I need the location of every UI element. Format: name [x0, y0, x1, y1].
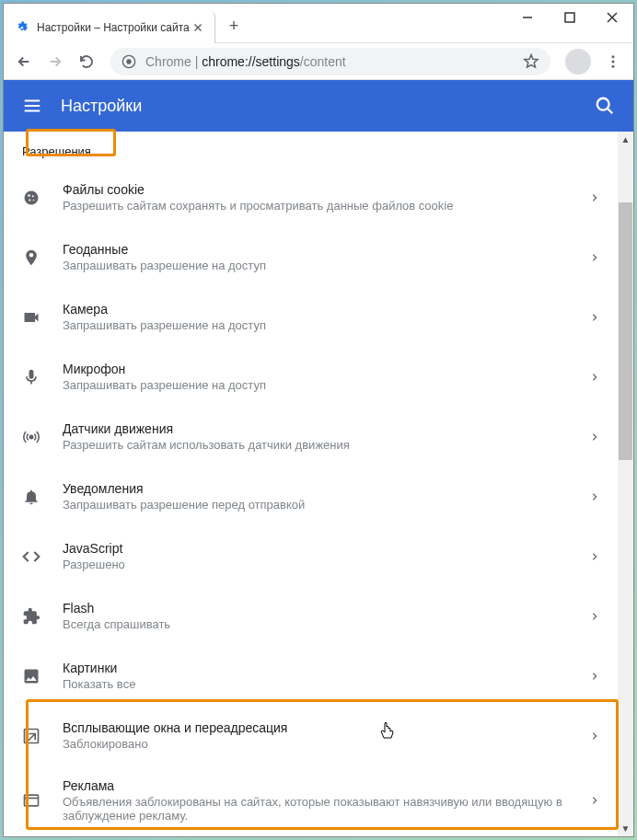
svg-point-3	[126, 59, 131, 63]
setting-subtitle: Разрешить сайтам сохранять и просматрива…	[63, 199, 590, 213]
setting-subtitle: Всегда спрашивать	[63, 617, 590, 631]
search-icon[interactable]	[595, 96, 615, 116]
setting-subtitle: Разрешено	[63, 558, 590, 571]
setting-subtitle: Запрашивать разрешение на доступ	[63, 259, 590, 272]
setting-row-mic[interactable]: МикрофонЗапрашивать разрешение на доступ	[4, 347, 618, 407]
svg-point-12	[33, 199, 35, 201]
svg-point-9	[28, 194, 30, 197]
bookmark-star-icon[interactable]	[523, 53, 539, 70]
setting-row-camera[interactable]: КамераЗапрашивать разрешение на доступ	[4, 287, 618, 347]
chevron-right-icon	[590, 373, 599, 382]
chevron-right-icon	[590, 672, 599, 681]
svg-point-13	[29, 435, 32, 438]
setting-text: ГеоданныеЗапрашивать разрешение на досту…	[63, 242, 590, 272]
setting-text: УведомленияЗапрашивать разрешение перед …	[63, 481, 590, 512]
setting-subtitle: Запрашивать разрешение на доступ	[63, 318, 590, 332]
setting-title: Уведомления	[63, 481, 590, 496]
setting-text: КартинкиПоказать все	[63, 661, 590, 691]
settings-content: Разрешения Файлы cookieРазрешить сайтам …	[4, 132, 618, 836]
setting-row-image[interactable]: КартинкиПоказать все	[4, 646, 618, 706]
svg-point-8	[25, 190, 39, 204]
cookie-icon	[22, 189, 41, 207]
minimize-button[interactable]	[506, 4, 549, 31]
mic-icon	[22, 368, 41, 386]
setting-text: КамераЗапрашивать разрешение на доступ	[63, 302, 590, 332]
chevron-right-icon	[590, 432, 599, 442]
setting-text: JavaScriptРазрешено	[63, 541, 590, 571]
scroll-track[interactable]	[618, 147, 633, 821]
chevron-right-icon	[590, 612, 599, 621]
address-text: Chrome | chrome://settings/content	[145, 54, 346, 69]
svg-point-5	[612, 60, 615, 63]
chevron-right-icon	[590, 492, 599, 501]
setting-row-code[interactable]: JavaScriptРазрешено	[4, 526, 618, 586]
setting-text: Датчики движенияРазрешить сайтам использ…	[63, 421, 590, 452]
setting-subtitle: Запрашивать разрешение на доступ	[63, 378, 590, 392]
chevron-right-icon	[590, 552, 599, 561]
setting-title: Файлы cookie	[63, 182, 590, 197]
svg-point-7	[597, 98, 609, 110]
setting-title: Микрофон	[63, 362, 590, 376]
titlebar: Настройки – Настройки сайта +	[4, 4, 633, 43]
svg-point-6	[612, 64, 615, 67]
setting-row-bell[interactable]: УведомленияЗапрашивать разрешение перед …	[4, 466, 618, 526]
setting-text: Файлы cookieРазрешить сайтам сохранять и…	[63, 182, 590, 213]
ads-icon	[22, 791, 41, 810]
setting-text: РекламаОбъявления заблокированы на сайта…	[63, 778, 590, 823]
setting-title: Flash	[63, 601, 590, 616]
settings-gear-icon	[15, 20, 29, 35]
location-icon	[22, 248, 41, 267]
setting-subtitle: Запрашивать разрешение перед отправкой	[63, 498, 590, 512]
setting-row-location[interactable]: ГеоданныеЗапрашивать разрешение на досту…	[4, 227, 618, 287]
kebab-menu-icon[interactable]	[600, 49, 626, 75]
tab-close-icon[interactable]	[191, 20, 205, 35]
setting-row-sensors[interactable]: Датчики движенияРазрешить сайтам использ…	[4, 407, 618, 466]
svg-rect-15	[25, 795, 39, 806]
setting-title: Реклама	[63, 778, 590, 793]
chevron-right-icon	[590, 193, 599, 202]
svg-point-11	[29, 199, 30, 201]
setting-text: Всплывающие окна и переадресацияЗаблокир…	[63, 720, 590, 751]
address-bar[interactable]: Chrome | chrome://settings/content	[110, 48, 550, 75]
new-tab-button[interactable]: +	[221, 13, 247, 39]
image-icon	[22, 667, 41, 685]
setting-title: Картинки	[63, 661, 590, 675]
chevron-right-icon	[590, 731, 599, 741]
scroll-down-icon[interactable]: ▼	[618, 821, 633, 836]
extension-icon	[22, 607, 41, 626]
setting-text: FlashВсегда спрашивать	[63, 601, 590, 631]
setting-row-cookie[interactable]: Файлы cookieРазрешить сайтам сохранять и…	[4, 167, 618, 227]
hamburger-menu-icon[interactable]	[22, 96, 42, 116]
forward-button[interactable]	[42, 49, 68, 75]
chevron-right-icon	[590, 313, 599, 322]
scrollbar[interactable]: ▲ ▼	[618, 132, 633, 836]
svg-point-4	[612, 55, 615, 58]
profile-avatar[interactable]	[565, 49, 591, 75]
chevron-right-icon	[590, 253, 599, 262]
setting-title: Всплывающие окна и переадресация	[63, 720, 590, 735]
setting-title: Камера	[63, 302, 590, 316]
back-button[interactable]	[11, 49, 37, 75]
maximize-button[interactable]	[549, 4, 591, 31]
setting-row-popup[interactable]: Всплывающие окна и переадресацияЗаблокир…	[4, 706, 618, 765]
bell-icon	[22, 488, 41, 506]
browser-tab[interactable]: Настройки – Настройки сайта	[4, 11, 215, 43]
setting-row-ads[interactable]: РекламаОбъявления заблокированы на сайта…	[4, 765, 618, 835]
setting-subtitle: Объявления заблокированы на сайтах, кото…	[63, 795, 590, 823]
chevron-right-icon	[590, 796, 599, 805]
code-icon	[22, 547, 41, 566]
close-window-button[interactable]	[591, 4, 633, 31]
chrome-icon	[122, 54, 136, 69]
setting-row-extension[interactable]: FlashВсегда спрашивать	[4, 586, 618, 646]
setting-title: Датчики движения	[63, 421, 590, 436]
section-permissions-header: Разрешения	[4, 132, 618, 167]
setting-text: МикрофонЗапрашивать разрешение на доступ	[63, 362, 590, 392]
reload-button[interactable]	[74, 49, 99, 75]
svg-rect-14	[25, 729, 39, 742]
scroll-up-icon[interactable]: ▲	[618, 132, 633, 147]
settings-header: Настройки	[4, 80, 633, 132]
window-controls	[506, 4, 633, 31]
svg-point-10	[32, 195, 34, 197]
scroll-thumb[interactable]	[619, 202, 632, 460]
setting-subtitle: Заблокировано	[63, 737, 590, 751]
